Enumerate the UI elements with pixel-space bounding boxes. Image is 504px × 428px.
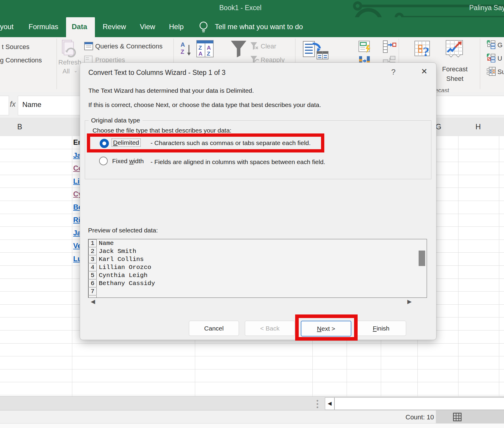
refresh-all-label1[interactable]: Refresh bbox=[58, 59, 81, 66]
svg-text:Z: Z bbox=[181, 48, 184, 55]
preview-row: 4 Lillian Orozco bbox=[88, 263, 427, 271]
subtotal-button[interactable]: Su bbox=[497, 68, 504, 76]
column-header-b[interactable]: B bbox=[17, 122, 22, 131]
preview-label: Preview of selected data: bbox=[88, 227, 158, 234]
refresh-all-label2[interactable]: All bbox=[62, 67, 70, 75]
tell-me-box[interactable]: Tell me what you want to do bbox=[215, 23, 303, 31]
forecast-sheet-icon[interactable] bbox=[446, 40, 464, 59]
finish-button[interactable]: Finish bbox=[356, 321, 406, 336]
hscroll-thumb[interactable] bbox=[334, 397, 504, 410]
existing-connections-button[interactable]: g Connections bbox=[0, 56, 42, 64]
tab-formulas[interactable]: Formulas bbox=[29, 23, 58, 31]
preview-row-number: 1 bbox=[88, 239, 97, 247]
subtotal-icon[interactable] bbox=[487, 67, 496, 76]
group-button[interactable]: G bbox=[497, 41, 503, 49]
svg-text:Z: Z bbox=[198, 45, 202, 51]
choose-file-type-text: Choose the file type that best describes… bbox=[93, 127, 231, 134]
text-to-columns-icon[interactable] bbox=[303, 41, 329, 60]
flash-fill-icon[interactable] bbox=[359, 41, 372, 53]
svg-text:?: ? bbox=[423, 45, 429, 59]
highlight-next-button-annotation bbox=[295, 314, 358, 341]
what-if-analysis-icon[interactable]: ? bbox=[414, 41, 434, 60]
dialog-title: Convert Text to Columns Wizard - Step 1 … bbox=[88, 69, 226, 77]
sort-az-icon[interactable]: A Z bbox=[180, 41, 194, 57]
preview-row: 3 Karl Collins bbox=[88, 255, 427, 263]
back-button[interactable]: < Back bbox=[245, 321, 295, 336]
preview-row-text: Bethany Cassidy bbox=[97, 280, 155, 287]
name-box[interactable] bbox=[0, 96, 9, 115]
excel-window: Book1 - Excel Palinya Say yout Formulas … bbox=[0, 0, 504, 428]
refresh-all-chevron-icon[interactable]: ⌄ bbox=[74, 68, 78, 73]
tab-view[interactable]: View bbox=[140, 23, 155, 31]
clear-filter-button[interactable]: Clear bbox=[261, 43, 276, 50]
wizard-instruction-text: If this is correct, choose Next, or choo… bbox=[88, 101, 321, 108]
wizard-determined-text: The Text Wizard has determined that your… bbox=[88, 87, 254, 94]
preview-row-number bbox=[88, 296, 97, 298]
dialog-help-button[interactable]: ? bbox=[391, 67, 395, 77]
fixed-width-radio[interactable] bbox=[99, 157, 108, 165]
preview-row-number: 7 bbox=[88, 288, 97, 295]
sort-za-az-icon[interactable]: Z A A Z bbox=[196, 40, 214, 57]
preview-row-number: 6 bbox=[88, 280, 97, 287]
scrollbar-splitter-handle[interactable]: ●●● bbox=[316, 399, 318, 408]
lightbulb-icon bbox=[199, 21, 208, 34]
preview-row-number: 2 bbox=[88, 248, 97, 255]
preview-scroll-left-icon[interactable]: ◀ bbox=[91, 298, 95, 305]
remove-duplicates-icon[interactable] bbox=[383, 40, 396, 53]
fixed-width-radio-label[interactable]: Fixed width bbox=[112, 158, 144, 165]
recent-sources-button[interactable]: t Sources bbox=[2, 43, 29, 51]
clear-filter-icon bbox=[250, 42, 259, 50]
svg-text:A: A bbox=[181, 41, 185, 48]
finish-label-rest: inish bbox=[377, 325, 389, 332]
status-bar-view-section bbox=[436, 410, 504, 423]
normal-view-icon[interactable] bbox=[453, 413, 462, 421]
tab-review[interactable]: Review bbox=[103, 23, 126, 31]
dialog-close-button[interactable]: ✕ bbox=[421, 67, 428, 76]
window-title: Book1 - Excel bbox=[219, 4, 262, 12]
fixed-width-accesskey: w bbox=[129, 158, 134, 164]
preview-row: 2 Jack Smith bbox=[88, 247, 427, 255]
preview-row-text: Karl Collins bbox=[97, 256, 144, 263]
filter-icon[interactable] bbox=[230, 40, 248, 59]
tab-help[interactable]: Help bbox=[169, 23, 184, 31]
highlight-delimited-annotation bbox=[87, 133, 324, 152]
cancel-button[interactable]: Cancel bbox=[189, 321, 239, 336]
preview-vertical-scrollbar-thumb[interactable] bbox=[419, 251, 425, 266]
tab-layout-cut[interactable]: yout bbox=[0, 23, 13, 31]
preview-scroll-right-icon[interactable]: ▶ bbox=[407, 298, 412, 305]
account-user-name[interactable]: Palinya Say bbox=[469, 4, 504, 12]
preview-row-number: 3 bbox=[88, 256, 97, 263]
fx-icon[interactable]: fx bbox=[10, 100, 15, 108]
hscroll-left-button[interactable]: ◀ bbox=[325, 397, 334, 410]
preview-row-text: Name bbox=[97, 240, 114, 247]
preview-row-number: 5 bbox=[88, 272, 97, 279]
preview-row: 5 Cynthia Leigh bbox=[88, 271, 427, 279]
refresh-all-icon[interactable] bbox=[61, 40, 76, 58]
preview-row-text: Lillian Orozco bbox=[97, 264, 151, 271]
title-bar: Book1 - Excel Palinya Say bbox=[0, 0, 504, 17]
queries-connections-button[interactable]: Queries & Connections bbox=[95, 43, 162, 50]
text-to-columns-wizard-dialog: Convert Text to Columns Wizard - Step 1 … bbox=[80, 62, 436, 340]
forecast-sheet-label1[interactable]: Forecast bbox=[442, 65, 468, 73]
count-indicator: Count: 10 bbox=[406, 413, 434, 421]
finish-button-label: Finish bbox=[373, 325, 389, 332]
ribbon-separator bbox=[57, 39, 57, 89]
preview-box[interactable]: 1 Name 2 Jack Smith 3 Karl Collins 4 Lil… bbox=[88, 239, 427, 298]
gridline bbox=[458, 136, 458, 396]
preview-row-number: 4 bbox=[88, 264, 97, 271]
gridline bbox=[499, 136, 499, 396]
preview-row-text: Jack Smith bbox=[97, 248, 136, 255]
forecast-sheet-label2[interactable]: Sheet bbox=[446, 75, 464, 83]
original-data-type-label: Original data type bbox=[89, 117, 143, 124]
svg-text:A: A bbox=[198, 51, 203, 57]
sheet-hscroll-row: ●●● ◀ bbox=[0, 396, 504, 410]
ungroup-button[interactable]: U bbox=[497, 55, 502, 62]
column-header-h[interactable]: H bbox=[475, 122, 481, 131]
preview-row-text: Cynthia Leigh bbox=[97, 272, 148, 279]
group-icon[interactable] bbox=[487, 40, 496, 49]
status-bar: Count: 10 bbox=[0, 410, 504, 424]
queries-connections-icon bbox=[84, 42, 93, 50]
ungroup-icon[interactable] bbox=[487, 54, 496, 62]
tab-data[interactable]: Data bbox=[72, 23, 87, 31]
window-bottom-strip bbox=[0, 423, 504, 428]
